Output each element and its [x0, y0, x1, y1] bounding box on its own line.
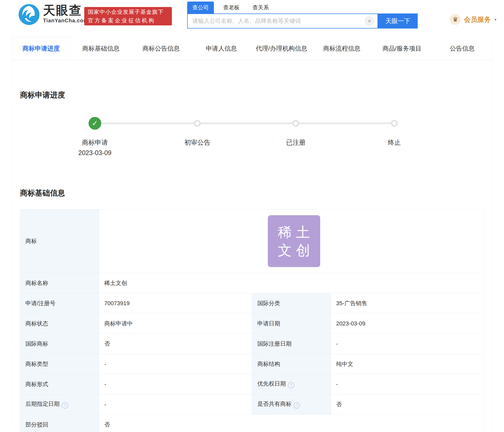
row-label: 申请/注册号 — [20, 293, 99, 313]
crown-icon: ♛ — [450, 14, 461, 25]
step-label-preliminary-gazette: 初审公告 — [184, 138, 210, 147]
trademark-image-cell: 稀土 文创 — [99, 210, 484, 273]
step-pending-dot — [292, 120, 299, 127]
search-button[interactable]: 天眼一下 — [378, 13, 418, 29]
row-value: 2023-03-09 — [331, 313, 484, 334]
trademark-image[interactable]: 稀土 文创 — [268, 215, 320, 267]
gov-badge-line2: 官方备案企业征信机构 — [88, 17, 168, 24]
row-label: 优先权日期? — [252, 374, 331, 394]
row-value: - — [331, 374, 484, 394]
tab-applicant-info[interactable]: 申请人信息 — [191, 37, 251, 60]
row-label-trademark: 商标 — [20, 210, 99, 273]
row-value: 否 — [99, 334, 252, 354]
application-progress-stepper: ✓ 商标申请 2023-03-09 初审公告 已注册 终止 — [20, 112, 484, 166]
step-label-registered: 已注册 — [286, 138, 306, 147]
table-row: 商标形式 - 优先权日期? - — [20, 374, 484, 394]
table-row: 商标状态 商标申请中 申请日期 2023-03-09 — [20, 313, 484, 334]
row-value: 否 — [99, 415, 484, 432]
row-value: 稀土文创 — [99, 273, 484, 293]
row-label: 商标结构 — [252, 354, 331, 374]
row-value: - — [99, 354, 252, 374]
row-label: 是否共有商标? — [252, 394, 331, 415]
tab-goods-services[interactable]: 商品/服务项目 — [372, 37, 432, 60]
tab-application-progress[interactable]: 商标申请进度 — [12, 37, 71, 60]
search-tab-company[interactable]: 查公司 — [187, 2, 214, 13]
row-value: 70073919 — [99, 293, 252, 313]
row-label: 后期指定日期? — [20, 394, 99, 415]
basic-info-section-title: 商标基础信息 — [20, 166, 484, 198]
member-services-menu[interactable]: ♛ 会员服务 ▼ — [450, 14, 497, 25]
tab-agency-info[interactable]: 代理/办理机构信息 — [251, 37, 312, 60]
brand-domain: TianYanCha.com — [43, 18, 88, 24]
row-label: 国际注册日期 — [252, 334, 331, 354]
row-label: 国际分类 — [252, 293, 331, 313]
row-label: 申请日期 — [252, 313, 331, 334]
trademark-detail-card: 商标申请进度 商标基础信息 商标公告信息 申请人信息 代理/办理机构信息 商标流… — [11, 36, 493, 432]
row-value: 35-广告销售 — [331, 293, 484, 313]
table-row: 部分驳回 否 — [20, 415, 484, 432]
progress-section-title: 商标申请进度 — [20, 60, 484, 100]
tab-gazette-info[interactable]: 商标公告信息 — [131, 37, 191, 60]
row-value: 否 — [331, 394, 484, 415]
stepper-track — [95, 122, 394, 124]
row-label: 商标名称 — [20, 273, 99, 293]
row-label: 商标状态 — [20, 313, 99, 334]
table-row: 国际商标 否 国际注册日期 - — [20, 334, 484, 354]
row-value: 纯中文 — [331, 354, 484, 374]
search-tabs: 查公司 查老板 查关系 — [187, 2, 418, 13]
help-icon[interactable]: ? — [288, 382, 294, 388]
row-label-text: 优先权日期 — [257, 380, 286, 387]
gov-certification-badge: 国家中小企业发展子基金旗下 官方备案企业征信机构 — [84, 7, 172, 25]
search-block: 查公司 查老板 查关系 × 天眼一下 — [187, 2, 418, 29]
table-row: 后期指定日期? - 是否共有商标? 否 — [20, 394, 484, 415]
step-date-application: 2023-03-09 — [78, 149, 111, 157]
row-value: - — [99, 394, 252, 415]
row-value: - — [99, 374, 252, 394]
row-value: 商标申请中 — [99, 313, 252, 334]
row-label-text: 是否共有商标 — [257, 401, 291, 407]
row-label: 商标形式 — [20, 374, 99, 394]
page-header: 天眼查 TianYanCha.com 国家中小企业发展子基金旗下 官方备案企业征… — [0, 0, 504, 36]
gov-badge-line1: 国家中小企业发展子基金旗下 — [88, 8, 168, 16]
search-input[interactable] — [188, 17, 365, 25]
chevron-down-icon: ▼ — [493, 17, 497, 22]
basic-info-table: 商标 稀土 文创 商标名称 稀土文创 申请/注册号 70073919 国际分类 … — [20, 209, 484, 432]
search-input-wrap: × — [187, 13, 378, 29]
step-label-terminated: 终止 — [388, 138, 401, 147]
section-nav-bar: 商标申请进度 商标基础信息 商标公告信息 申请人信息 代理/办理机构信息 商标流… — [12, 37, 492, 60]
tab-process-info[interactable]: 商标流程信息 — [312, 37, 372, 60]
brand-title: 天眼查 — [43, 4, 88, 17]
logo-swirl-icon — [18, 4, 40, 25]
member-services-label: 会员服务 — [464, 15, 491, 24]
help-icon[interactable]: ? — [293, 402, 300, 409]
step-pending-dot — [194, 120, 201, 127]
clear-search-icon[interactable]: × — [365, 16, 374, 26]
row-label: 部分驳回 — [20, 415, 99, 432]
row-label-text: 后期指定日期 — [25, 401, 60, 407]
search-tab-boss[interactable]: 查老板 — [220, 2, 243, 13]
row-value: - — [331, 334, 484, 354]
row-label: 商标类型 — [20, 354, 99, 374]
table-row: 商标名称 稀土文创 — [20, 273, 484, 293]
tianyancha-logo[interactable]: 天眼查 TianYanCha.com — [18, 4, 88, 25]
help-icon[interactable]: ? — [62, 402, 68, 409]
tab-announcement-info[interactable]: 公告信息 — [432, 37, 492, 60]
trademark-image-line2: 文创 — [278, 241, 314, 259]
table-row: 商标类型 - 商标结构 纯中文 — [20, 354, 484, 374]
step-label-application: 商标申请 — [82, 138, 108, 147]
row-label: 国际商标 — [20, 334, 99, 354]
table-row: 申请/注册号 70073919 国际分类 35-广告销售 — [20, 293, 484, 313]
search-tab-relation[interactable]: 查关系 — [249, 2, 272, 13]
step-done-check-icon: ✓ — [89, 117, 101, 130]
tab-basic-info[interactable]: 商标基础信息 — [71, 37, 131, 60]
step-pending-dot — [391, 120, 398, 127]
table-row: 商标 稀土 文创 — [20, 210, 484, 273]
trademark-image-line1: 稀土 — [278, 223, 314, 241]
